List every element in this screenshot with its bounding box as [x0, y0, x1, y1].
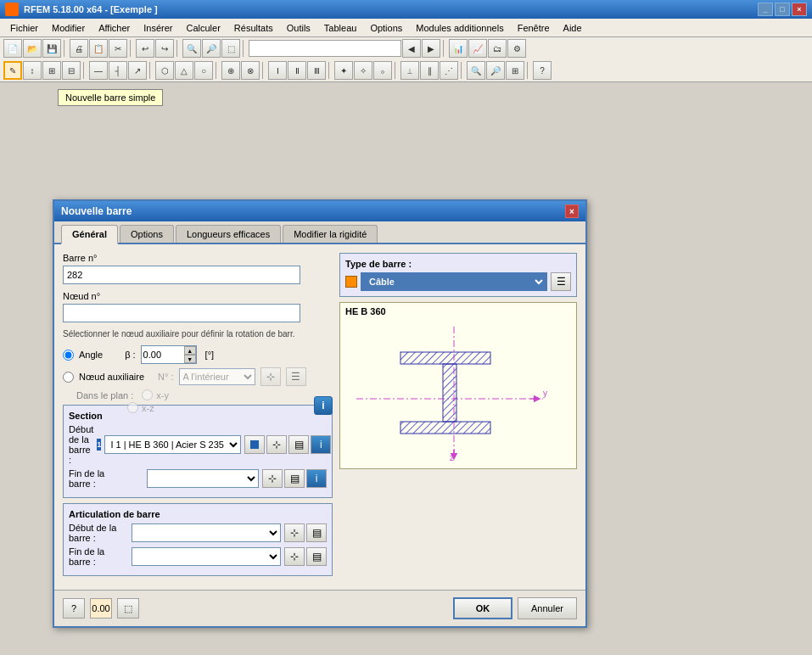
tb-left-nav[interactable]: ◀	[402, 39, 421, 58]
tb2-btn14[interactable]: Ⅱ	[288, 61, 306, 80]
tb-btn4[interactable]: 🔍	[182, 39, 201, 58]
svg-text:y: y	[543, 389, 547, 398]
tb2-btn17[interactable]: ✧	[354, 61, 372, 80]
menu-outils[interactable]: Outils	[280, 21, 317, 35]
tb2-btn24[interactable]: ⊞	[506, 61, 524, 80]
ok-button[interactable]: OK	[453, 597, 512, 619]
artic-fin-list[interactable]: ▤	[306, 547, 327, 566]
artic-debut-select[interactable]	[132, 523, 281, 542]
menu-inserer[interactable]: Insérer	[137, 21, 179, 35]
noeud-aux-radio[interactable]	[63, 372, 74, 383]
artic-fin-select[interactable]	[132, 547, 281, 566]
tb-open[interactable]: 📂	[23, 39, 42, 58]
tb2-btn11[interactable]: ⊕	[221, 61, 240, 80]
tb-btn2[interactable]: 📋	[89, 39, 108, 58]
artic-fin-pick[interactable]: ⊹	[284, 547, 305, 566]
cable-icon-btn[interactable]: ☰	[551, 272, 571, 291]
tb-new[interactable]: 📄	[3, 39, 22, 58]
menu-fenetre[interactable]: Fenêtre	[511, 21, 557, 35]
noeud-list-btn[interactable]: ☰	[286, 367, 306, 386]
tb2-btn8[interactable]: ⬡	[155, 61, 174, 80]
tb2-btn16[interactable]: ✦	[334, 61, 353, 80]
angle-spin-up[interactable]: ▲	[184, 346, 196, 355]
fin-info-btn[interactable]: i	[306, 469, 327, 488]
angle-spin-down[interactable]: ▼	[184, 355, 196, 363]
tb2-btn4[interactable]: ⊟	[62, 61, 81, 80]
noeud-input[interactable]	[63, 304, 300, 322]
footer-calc-btn[interactable]: 0.00	[90, 598, 112, 619]
tab-options[interactable]: Options	[120, 225, 174, 243]
section-color-btn[interactable]	[244, 435, 265, 454]
maximize-btn[interactable]: □	[775, 3, 790, 16]
cable-select[interactable]: Câble	[361, 272, 547, 291]
tb2-btn10[interactable]: ○	[194, 61, 213, 80]
angle-radio[interactable]	[63, 350, 74, 361]
tb-btn9[interactable]: 🗂	[488, 39, 507, 58]
info-btn[interactable]: i	[314, 396, 333, 415]
menu-modules[interactable]: Modules additionnels	[409, 21, 510, 35]
tb-right-nav[interactable]: ▶	[422, 39, 440, 58]
tb2-btn5[interactable]: —	[89, 61, 108, 80]
tb2-btn23[interactable]: 🔎	[486, 61, 505, 80]
fin-list-btn[interactable]: ▤	[284, 469, 305, 488]
xy-radio[interactable]	[142, 389, 153, 400]
tb2-btn12[interactable]: ⊗	[241, 61, 260, 80]
tb-redo[interactable]: ↪	[155, 39, 174, 58]
fin-section-select[interactable]	[147, 469, 259, 488]
artic-debut-list[interactable]: ▤	[306, 523, 327, 542]
cancel-button[interactable]: Annuler	[518, 597, 577, 619]
angle-input[interactable]	[142, 346, 184, 363]
section-list-btn[interactable]: ▤	[288, 435, 309, 454]
menu-afficher[interactable]: Afficher	[92, 21, 137, 35]
tb2-btn22[interactable]: 🔍	[467, 61, 485, 80]
tb2-btn6[interactable]: ┤	[109, 61, 127, 80]
close-btn[interactable]: ×	[792, 3, 807, 16]
noeud-aux-select[interactable]: A l'intérieur	[179, 368, 255, 385]
artic-debut-pick[interactable]: ⊹	[284, 523, 305, 542]
tb2-btn15[interactable]: Ⅲ	[307, 61, 326, 80]
tb2-btn7[interactable]: ↗	[128, 61, 147, 80]
tb2-btn3[interactable]: ⊞	[42, 61, 61, 80]
xz-radio[interactable]	[127, 402, 138, 413]
tb2-btn13[interactable]: Ⅰ	[268, 61, 287, 80]
menu-options[interactable]: Options	[363, 21, 409, 35]
tb2-btn9[interactable]: △	[175, 61, 193, 80]
tb-btn5[interactable]: 🔎	[202, 39, 221, 58]
menu-aide[interactable]: Aide	[557, 21, 589, 35]
minimize-btn[interactable]: _	[758, 3, 773, 16]
tb-btn10[interactable]: ⚙	[507, 39, 526, 58]
angle-spinner[interactable]: ▲ ▼	[184, 346, 196, 363]
noeud-pick-btn[interactable]: ⊹	[260, 367, 281, 386]
tb2-btn25[interactable]: ?	[533, 61, 552, 80]
barre-input[interactable]	[63, 266, 300, 284]
fin-pick-btn[interactable]: ⊹	[262, 469, 283, 488]
section-info-btn[interactable]: i	[311, 435, 331, 454]
menu-modifier[interactable]: Modifier	[45, 21, 92, 35]
tb-undo[interactable]: ↩	[136, 39, 154, 58]
tb2-btn18[interactable]: ⬦	[373, 61, 392, 80]
tb2-btn19[interactable]: ⟂	[400, 61, 419, 80]
menu-fichier[interactable]: Fichier	[3, 21, 45, 35]
tab-general[interactable]: Général	[61, 225, 118, 244]
tb-print[interactable]: 🖨	[70, 39, 88, 58]
menu-calculer[interactable]: Calculer	[179, 21, 227, 35]
tab-rigidite[interactable]: Modifier la rigidité	[283, 225, 378, 243]
tb2-btn20[interactable]: ∥	[420, 61, 439, 80]
menu-resultats[interactable]: Résultats	[227, 21, 280, 35]
dialog-close-btn[interactable]: ×	[565, 204, 579, 218]
tb-dropdown-1[interactable]	[249, 40, 401, 57]
tb-btn3[interactable]: ✂	[109, 39, 127, 58]
menu-tableau[interactable]: Tableau	[317, 21, 364, 35]
tb-save[interactable]: 💾	[42, 39, 61, 58]
footer-help-btn[interactable]: ?	[63, 598, 85, 619]
tb2-btn2[interactable]: ↕	[23, 61, 42, 80]
tb2-btn21[interactable]: ⋰	[440, 61, 458, 80]
tb2-btn1[interactable]: ✎	[3, 61, 22, 80]
debut-section-select[interactable]: I 1 | HE B 360 | Acier S 235	[104, 435, 241, 454]
tb-btn8[interactable]: 📈	[468, 39, 487, 58]
section-pick-btn[interactable]: ⊹	[266, 435, 287, 454]
tab-longueurs[interactable]: Longueurs efficaces	[176, 225, 281, 243]
footer-extra-btn[interactable]: ⬚	[117, 598, 139, 619]
tb-btn7[interactable]: 📊	[449, 39, 468, 58]
tb-btn6[interactable]: ⬚	[221, 39, 240, 58]
